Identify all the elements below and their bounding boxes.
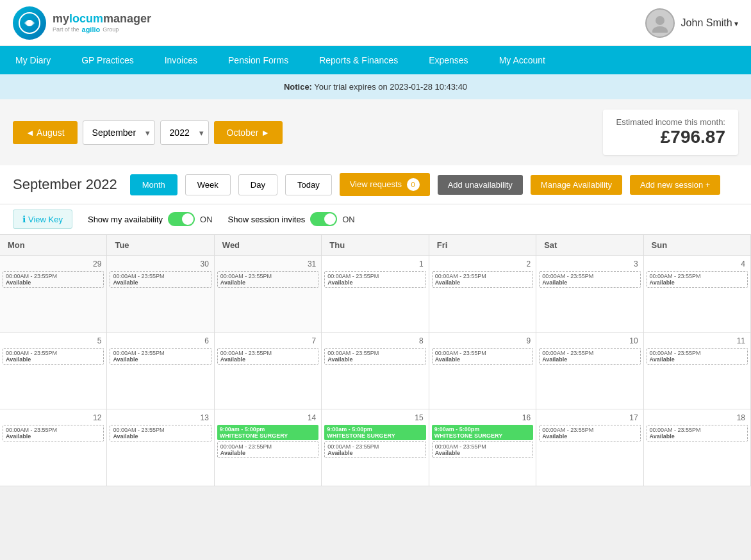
calendar-cell-11[interactable]: 11 00:00AM - 23:55PM Available [644, 333, 751, 409]
calendar-cell-5[interactable]: 5 00:00AM - 23:55PM Available [0, 333, 107, 409]
session-label: Available [113, 279, 208, 286]
next-month-button[interactable]: October ► [214, 121, 283, 144]
calendar-cell-31[interactable]: 31 00:00AM - 23:55PM Available [215, 256, 322, 332]
nav-my-account[interactable]: My Account [484, 46, 561, 74]
nav-gp-practices[interactable]: GP Practices [66, 46, 149, 74]
calendar-cell-30[interactable]: 30 00:00AM - 23:55PM Available [107, 256, 214, 332]
view-today-button[interactable]: Today [285, 174, 332, 195]
whitestone-session-16[interactable]: 9:00am - 5:00pm WHITESTONE SURGERY [432, 425, 533, 440]
view-key-button[interactable]: ℹ View Key [13, 210, 72, 229]
session-label: Available [435, 356, 530, 363]
session-block[interactable]: 00:00AM - 23:55PM Available [3, 348, 104, 365]
agilio-brand: agilio [82, 26, 101, 33]
calendar-cell-29[interactable]: 29 00:00AM - 23:55PM Available [0, 256, 107, 332]
session-block[interactable]: 00:00AM - 23:55PM Available [3, 425, 104, 441]
nav-reports-finances[interactable]: Reports & Finances [304, 46, 413, 74]
calendar-week-2: 5 00:00AM - 23:55PM Available 6 00:00AM … [0, 333, 751, 409]
calendar-cell-4[interactable]: 4 00:00AM - 23:55PM Available [644, 256, 751, 332]
session-label: Available [542, 279, 637, 286]
day-header-fri: Fri [429, 235, 536, 255]
view-requests-button[interactable]: View requests 0 [340, 173, 430, 196]
day-number: 11 [647, 335, 748, 347]
svg-point-2 [656, 16, 664, 25]
show-invites-toggle[interactable] [310, 212, 337, 226]
session-block[interactable]: 00:00AM - 23:55PM Available [432, 441, 533, 458]
session-time: 9:00am - 5:00pm [434, 426, 531, 432]
logo-part-text: Part of the [53, 26, 79, 33]
session-block[interactable]: 00:00AM - 23:55PM Available [324, 271, 425, 288]
agilio-group: Group [103, 26, 119, 33]
calendar-cell-3[interactable]: 3 00:00AM - 23:55PM Available [536, 256, 643, 332]
calendar-cell-9[interactable]: 9 00:00AM - 23:55PM Available [429, 333, 536, 409]
session-block[interactable]: 00:00AM - 23:55PM Available [217, 271, 318, 288]
day-headers: Mon Tue Wed Thu Fri Sat Sun [0, 235, 751, 256]
nav-invoices[interactable]: Invoices [149, 46, 213, 74]
calendar-cell-7[interactable]: 7 00:00AM - 23:55PM Available [215, 333, 322, 409]
day-number: 14 [217, 412, 318, 424]
calendar-week-1: 29 00:00AM - 23:55PM Available 30 00:00A… [0, 256, 751, 333]
add-new-session-button[interactable]: Add new session + [630, 175, 720, 195]
session-block[interactable]: 00:00AM - 23:55PM Available [539, 425, 640, 441]
session-block[interactable]: 00:00AM - 23:55PM Available [539, 348, 640, 365]
nav-my-diary[interactable]: My Diary [0, 46, 66, 74]
view-week-button[interactable]: Week [185, 174, 231, 195]
calendar-cell-14[interactable]: 14 9:00am - 5:00pm WHITESTONE SURGERY 00… [215, 409, 322, 486]
whitestone-session-14[interactable]: 9:00am - 5:00pm WHITESTONE SURGERY [217, 425, 318, 440]
session-block[interactable]: 00:00AM - 23:55PM Available [539, 271, 640, 288]
session-block[interactable]: 00:00AM - 23:55PM Available [432, 271, 533, 288]
month-select-wrapper[interactable]: September JanuaryFebruaryMarch AprilMayJ… [83, 120, 155, 145]
prev-month-button[interactable]: ◄ August [13, 121, 78, 144]
calendar-cell-16[interactable]: 16 9:00am - 5:00pm WHITESTONE SURGERY 00… [429, 409, 536, 486]
logo-area: mylocummanager Part of the agilio Group [13, 6, 151, 40]
session-block[interactable]: 00:00AM - 23:55PM Available [110, 348, 211, 365]
add-unavailability-button[interactable]: Add unavailability [438, 175, 523, 195]
day-number: 12 [3, 412, 104, 424]
session-time: 00:00AM - 23:55PM [542, 350, 637, 356]
session-block[interactable]: 00:00AM - 23:55PM Available [217, 441, 318, 458]
session-block[interactable]: 00:00AM - 23:55PM Available [324, 348, 425, 365]
day-number: 13 [110, 412, 211, 424]
calendar-cell-15[interactable]: 15 9:00am - 5:00pm WHITESTONE SURGERY 00… [322, 409, 429, 486]
session-label: Available [650, 433, 745, 440]
day-number: 10 [539, 335, 640, 347]
calendar-cell-10[interactable]: 10 00:00AM - 23:55PM Available [536, 333, 643, 409]
session-block[interactable]: 00:00AM - 23:55PM Available [110, 271, 211, 288]
session-block[interactable]: 00:00AM - 23:55PM Available [432, 348, 533, 365]
month-select[interactable]: September JanuaryFebruaryMarch AprilMayJ… [83, 120, 155, 145]
view-month-button[interactable]: Month [130, 174, 177, 195]
year-select-wrapper[interactable]: 2022 202120232024 [160, 120, 209, 145]
session-time: 00:00AM - 23:55PM [220, 273, 315, 279]
calendar-cell-18[interactable]: 18 00:00AM - 23:55PM Available [644, 409, 751, 486]
day-number: 7 [217, 335, 318, 347]
session-block[interactable]: 00:00AM - 23:55PM Available [3, 271, 104, 288]
session-label: WHITESTONE SURGERY [434, 432, 531, 439]
year-select[interactable]: 2022 202120232024 [160, 120, 209, 145]
calendar-cell-12[interactable]: 12 00:00AM - 23:55PM Available [0, 409, 107, 486]
calendar-cell-1[interactable]: 1 00:00AM - 23:55PM Available [322, 256, 429, 332]
session-block[interactable]: 00:00AM - 23:55PM Available [217, 348, 318, 365]
calendar-cell-13[interactable]: 13 00:00AM - 23:55PM Available [107, 409, 214, 486]
session-block[interactable]: 00:00AM - 23:55PM Available [647, 425, 748, 441]
view-day-button[interactable]: Day [238, 174, 277, 195]
session-label: WHITESTONE SURGERY [220, 432, 316, 439]
session-block[interactable]: 00:00AM - 23:55PM Available [647, 271, 748, 288]
session-block[interactable]: 00:00AM - 23:55PM Available [324, 441, 425, 458]
calendar-cell-8[interactable]: 8 00:00AM - 23:55PM Available [322, 333, 429, 409]
session-time: 9:00am - 5:00pm [327, 426, 423, 432]
show-availability-toggle[interactable] [168, 212, 195, 226]
avatar [645, 8, 675, 38]
session-block[interactable]: 00:00AM - 23:55PM Available [647, 348, 748, 365]
calendar-cell-2[interactable]: 2 00:00AM - 23:55PM Available [429, 256, 536, 332]
calendar-cell-17[interactable]: 17 00:00AM - 23:55PM Available [536, 409, 643, 486]
calendar-cell-6[interactable]: 6 00:00AM - 23:55PM Available [107, 333, 214, 409]
user-name[interactable]: John Smith [681, 17, 738, 29]
session-label: Available [6, 356, 101, 363]
whitestone-session-15[interactable]: 9:00am - 5:00pm WHITESTONE SURGERY [324, 425, 425, 440]
logo-icon [13, 6, 46, 40]
session-block[interactable]: 00:00AM - 23:55PM Available [110, 425, 211, 441]
user-area[interactable]: John Smith [645, 8, 738, 38]
nav-pension-forms[interactable]: Pension Forms [213, 46, 304, 74]
calendar-title: September 2022 [13, 176, 117, 193]
manage-availability-button[interactable]: Manage Availability [531, 175, 622, 195]
nav-expenses[interactable]: Expenses [413, 46, 483, 74]
